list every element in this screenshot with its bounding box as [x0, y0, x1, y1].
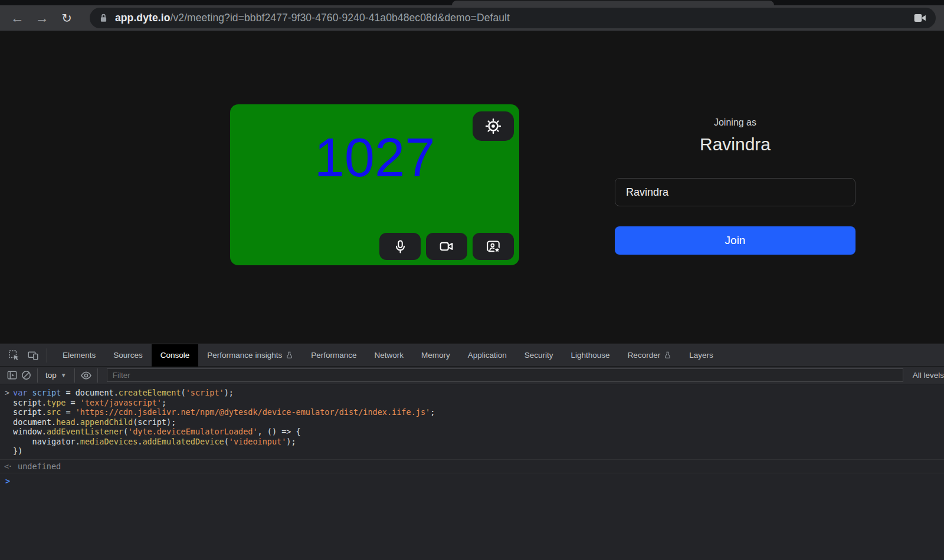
console-filter-input[interactable] [107, 368, 903, 382]
camera-button[interactable] [426, 233, 467, 260]
effects-icon [485, 238, 502, 255]
lock-icon [99, 13, 108, 23]
tab-application[interactable]: Application [459, 344, 516, 367]
flask-icon [286, 351, 293, 360]
inspect-icon[interactable] [6, 347, 22, 364]
console-messages[interactable]: >var script = document.createElement('sc… [0, 384, 944, 486]
page-content: 1027 [0, 31, 944, 344]
context-selector[interactable]: top▼ [42, 371, 70, 380]
console-input-line: script.src = 'https://cdn.jsdelivr.net/n… [0, 407, 944, 417]
divider [47, 348, 47, 363]
device-toolbar-icon[interactable] [25, 347, 41, 364]
console-input-line: }) [0, 446, 944, 456]
effects-button[interactable] [473, 233, 514, 260]
console-input-line: navigator.mediaDevices.addEmulatedDevice… [0, 437, 944, 447]
tab-network[interactable]: Network [365, 344, 412, 367]
console-result-value: undefined [18, 462, 61, 471]
console-input-line: document.head.appendChild(script); [0, 417, 944, 427]
browser-window: ← → ↻ app.dyte.io/v2/meeting?id=bbbf2477… [0, 0, 944, 560]
address-bar[interactable]: app.dyte.io/v2/meeting?id=bbbf2477-9f30-… [90, 8, 936, 28]
join-button[interactable]: Join [615, 226, 856, 255]
back-icon[interactable]: ← [8, 11, 26, 25]
display-name: Ravindra [615, 134, 856, 154]
eye-icon[interactable] [80, 367, 92, 384]
divider [97, 368, 98, 383]
console-input-line: script.type = 'text/javascript'; [0, 398, 944, 408]
joining-as-label: Joining as [615, 117, 856, 129]
reload-icon[interactable]: ↻ [58, 12, 76, 24]
console-toolbar: top▼ All levels [0, 367, 944, 384]
log-levels-dropdown[interactable]: All levels [913, 371, 944, 380]
name-input[interactable] [615, 178, 856, 206]
url-text: app.dyte.io/v2/meeting?id=bbbf2477-9f30-… [115, 12, 510, 24]
tab-sources[interactable]: Sources [104, 344, 152, 367]
preview-controls [379, 233, 514, 260]
camera-icon [438, 238, 455, 255]
gear-icon [484, 117, 503, 136]
divider [37, 368, 38, 383]
video-preview: 1027 [230, 104, 519, 265]
tab-recorder[interactable]: Recorder [619, 344, 681, 367]
camera-in-use-icon[interactable] [914, 14, 926, 22]
browser-toolbar: ← → ↻ app.dyte.io/v2/meeting?id=bbbf2477… [0, 5, 944, 31]
active-browser-tab[interactable] [452, 1, 774, 5]
settings-button[interactable] [473, 111, 514, 141]
clear-console-icon[interactable] [20, 367, 32, 384]
tab-security[interactable]: Security [516, 344, 562, 367]
url-path: /v2/meeting?id=bbbf2477-9f30-4760-9240-4… [170, 12, 510, 24]
tab-elements[interactable]: Elements [54, 344, 104, 367]
console-input-echo: >var script = document.createElement('sc… [0, 384, 944, 460]
devtools-tabs: ElementsSourcesConsolePerformance insigh… [54, 344, 722, 367]
console-input-line: >var script = document.createElement('sc… [0, 388, 944, 398]
browser-tab-strip [0, 0, 944, 5]
devtools-panel: ElementsSourcesConsolePerformance insigh… [0, 344, 944, 560]
flask-icon [664, 351, 671, 360]
tab-performance-insights[interactable]: Performance insights [198, 344, 302, 367]
console-prompt[interactable]: > [0, 473, 944, 486]
tab-memory[interactable]: Memory [412, 344, 459, 367]
tab-performance[interactable]: Performance [302, 344, 365, 367]
join-panel: Joining as Ravindra Join [615, 117, 856, 255]
console-input-line: window.addEventListener('dyte.deviceEmul… [0, 427, 944, 437]
console-sidebar-icon[interactable] [6, 367, 18, 384]
mic-button[interactable] [379, 233, 421, 260]
devtools-tabbar: ElementsSourcesConsolePerformance insigh… [0, 344, 944, 367]
caret-down-icon: ▼ [61, 372, 67, 378]
divider [74, 368, 75, 383]
forward-icon[interactable]: → [33, 11, 51, 25]
mic-icon [392, 239, 408, 255]
tab-layers[interactable]: Layers [680, 344, 722, 367]
prompt-chevron-icon: > [5, 476, 10, 486]
return-value-icon: <· [4, 462, 11, 472]
tab-lighthouse[interactable]: Lighthouse [562, 344, 619, 367]
input-chevron-icon: > [5, 388, 9, 398]
tab-console[interactable]: Console [152, 344, 199, 367]
console-result-row: <· undefined [0, 460, 944, 474]
